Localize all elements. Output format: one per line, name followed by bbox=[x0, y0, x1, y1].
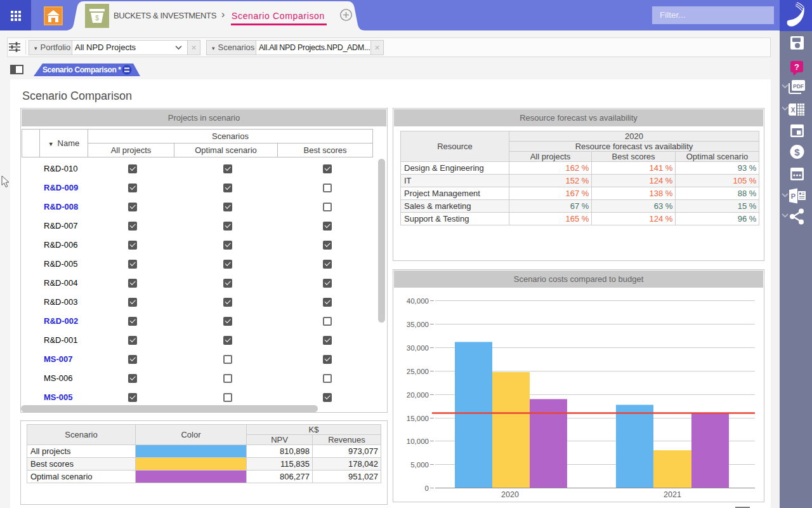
svg-text:35,000: 35,000 bbox=[407, 321, 429, 328]
svg-text:30,000: 30,000 bbox=[407, 344, 429, 352]
svg-text:40,000: 40,000 bbox=[407, 297, 429, 305]
svg-text:5,000: 5,000 bbox=[410, 461, 429, 469]
svg-text:25,000: 25,000 bbox=[407, 368, 429, 375]
svg-text:20,000: 20,000 bbox=[407, 391, 429, 399]
svg-text:2021: 2021 bbox=[664, 490, 681, 499]
svg-text:PDF: PDF bbox=[793, 83, 804, 90]
svg-text:2020: 2020 bbox=[501, 490, 519, 499]
svg-text:15,000: 15,000 bbox=[407, 415, 429, 422]
svg-text:$: $ bbox=[95, 15, 99, 22]
svg-text:P: P bbox=[791, 192, 796, 200]
svg-text:$: $ bbox=[794, 147, 800, 157]
svg-text:?: ? bbox=[794, 62, 799, 72]
svg-text:X: X bbox=[791, 107, 796, 114]
svg-text:0: 0 bbox=[425, 485, 429, 492]
svg-text:10,000: 10,000 bbox=[407, 438, 429, 445]
